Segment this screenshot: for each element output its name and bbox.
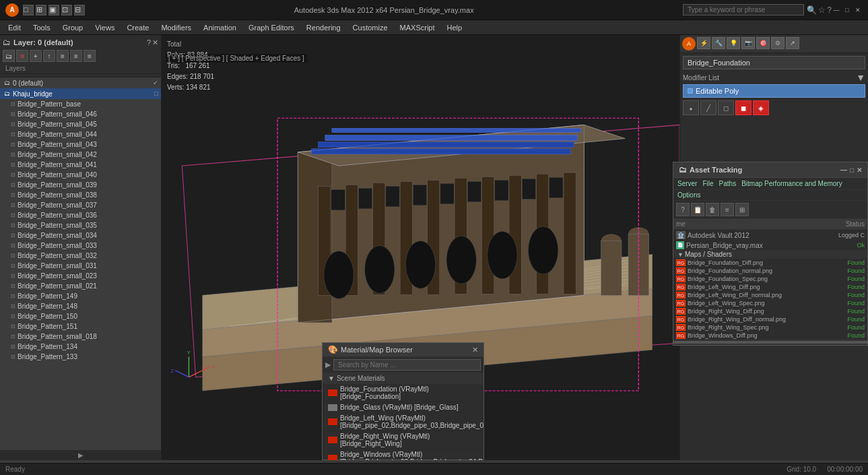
tool-icon-6[interactable]: ⚙ — [771, 37, 784, 49]
tool-icon-3[interactable]: 💡 — [727, 37, 740, 49]
menu-help[interactable]: Help — [442, 22, 468, 33]
titlebar-search[interactable]: 🔍 ☆ ? — [683, 4, 832, 15]
search-icon[interactable]: 🔍 — [807, 5, 817, 15]
subobj-2[interactable]: ╱ — [700, 100, 716, 115]
close-button[interactable]: ✕ — [853, 5, 863, 15]
layer-item-031[interactable]: ⊡ Bridge_Pattern_small_031 — [0, 261, 161, 271]
menu-edit[interactable]: Edit — [3, 22, 26, 33]
subobj-3[interactable]: ◻ — [718, 100, 734, 115]
layer-item-032[interactable]: ⊡ Bridge_Pattern_small_032 — [0, 251, 161, 261]
asset-row-5[interactable]: RG Bridge_Left_Wing_Diff_normal.png Foun… — [673, 291, 867, 299]
layer-tool-3[interactable]: + — [30, 50, 42, 62]
layer-item-khaju[interactable]: 🗂 Khaju_bridge □ — [0, 88, 161, 99]
asset-menu-file[interactable]: File — [702, 180, 713, 187]
menu-create[interactable]: Create — [121, 22, 154, 33]
asset-file-row[interactable]: 📄 Persian_Bridge_vray.max Ok — [673, 241, 867, 250]
asset-close[interactable]: ✕ — [857, 166, 862, 174]
menu-modifiers[interactable]: Modifiers — [156, 22, 197, 33]
layer-item-035[interactable]: ⊡ Bridge_Pattern_small_035 — [0, 220, 161, 230]
layer-item-149[interactable]: ⊡ Bridge_Pattern_149 — [0, 291, 161, 301]
layer-item-042[interactable]: ⊡ Bridge_Pattern_small_042 — [0, 150, 161, 160]
menu-graph-editors[interactable]: Graph Editors — [243, 22, 300, 33]
layer-item-134[interactable]: ⊡ Bridge_Pattern_134 — [0, 342, 161, 352]
menu-views[interactable]: Views — [90, 22, 120, 33]
modifier-list-item[interactable]: Editable Poly — [683, 84, 865, 98]
tool-icon-1[interactable]: ⚡ — [697, 37, 710, 49]
layer-panel-controls[interactable]: ? ✕ — [147, 38, 158, 47]
tool-icon-5[interactable]: 🎯 — [756, 37, 770, 49]
viewport[interactable]: Total Polys: 83 884 Tris: 167 261 Edges:… — [162, 35, 679, 460]
mat-search-input[interactable] — [333, 359, 481, 371]
tool-icon-2[interactable]: 🔧 — [712, 37, 725, 49]
modifier-dropdown-arrow[interactable]: ▼ — [856, 72, 865, 83]
asset-menu-paths[interactable]: Paths — [719, 180, 737, 187]
asset-row-7[interactable]: RG Bridge_Right_Wing_Diff.png Found — [673, 307, 867, 315]
menu-tools[interactable]: Tools — [28, 22, 56, 33]
layer-tool-6[interactable]: ≡ — [70, 50, 82, 62]
layer-help-button[interactable]: ? — [147, 38, 151, 47]
bookmark-icon[interactable]: ☆ — [818, 5, 826, 15]
menu-animation[interactable]: Animation — [198, 22, 242, 33]
asset-vault-row[interactable]: 🏦 Autodesk Vault 2012 Logged C — [673, 230, 867, 241]
layer-item-033[interactable]: ⊡ Bridge_Pattern_small_033 — [0, 241, 161, 251]
asset-row-6[interactable]: RG Bridge_Left_Wing_Spec.png Found — [673, 299, 867, 307]
window-controls[interactable]: — □ ✕ — [832, 5, 863, 15]
menu-customize[interactable]: Customize — [347, 22, 393, 33]
maps-folder-row[interactable]: ▼ Maps / Shaders — [673, 250, 867, 259]
asset-row-10[interactable]: RG Bridge_Windows_Diff.png Found — [673, 331, 867, 340]
asset-minimize[interactable]: — — [840, 166, 847, 174]
titlebar-icon-4[interactable]: ⊡ — [61, 5, 72, 15]
asset-table[interactable]: me Status 🏦 Autodesk Vault 2012 Logged C… — [673, 219, 867, 345]
titlebar-icon-1[interactable]: □ — [23, 5, 34, 15]
maximize-button[interactable]: □ — [842, 5, 852, 15]
asset-row-9[interactable]: RG Bridge_Right_Wing_Spec.png Found — [673, 323, 867, 331]
search-input[interactable] — [683, 4, 804, 15]
mat-item-foundation[interactable]: Bridge_Foundation (VRayMtl) [Bridge_Foun… — [323, 384, 483, 402]
titlebar-icon-5[interactable]: ⊟ — [74, 5, 85, 15]
mat-browser-close[interactable]: ✕ — [472, 346, 478, 354]
asset-scrollbar[interactable] — [673, 340, 867, 345]
minimize-button[interactable]: — — [832, 5, 841, 15]
modifier-name[interactable]: Bridge_Foundation — [683, 56, 865, 69]
mat-item-right-wing[interactable]: Bridge_Right_Wing (VRayMtl) [Bridge_Righ… — [323, 431, 483, 449]
asset-options-row[interactable]: Options — [673, 190, 867, 201]
layer-tool-1[interactable]: 🗂 — [3, 50, 15, 62]
layer-item-018[interactable]: ⊡ Bridge_Pattern_small_018 — [0, 331, 161, 342]
asset-tool-4[interactable]: ≡ — [721, 203, 734, 216]
layer-close-button[interactable]: ✕ — [152, 38, 158, 47]
titlebar-icon-2[interactable]: ⊞ — [36, 5, 46, 15]
mat-search-area[interactable]: ▶ — [323, 357, 483, 373]
layer-item-041[interactable]: ⊡ Bridge_Pattern_small_041 — [0, 160, 161, 170]
grid-snap[interactable]: Grid: 10.0 — [787, 466, 816, 473]
asset-menu-server[interactable]: Server — [677, 180, 697, 187]
layer-item-045[interactable]: ⊡ Bridge_Pattern_small_045 — [0, 119, 161, 129]
layer-item-039[interactable]: ⊡ Bridge_Pattern_small_039 — [0, 180, 161, 190]
layer-item-043[interactable]: ⊡ Bridge_Pattern_small_043 — [0, 139, 161, 150]
asset-menu-bitmap[interactable]: Bitmap Performance and Memory — [741, 180, 842, 187]
layer-item-038[interactable]: ⊡ Bridge_Pattern_small_038 — [0, 190, 161, 200]
asset-tool-5[interactable]: ⊞ — [735, 203, 749, 216]
menu-group[interactable]: Group — [57, 22, 89, 33]
layer-item-037[interactable]: ⊡ Bridge_Pattern_small_037 — [0, 200, 161, 210]
titlebar-icon-3[interactable]: ▣ — [48, 5, 59, 15]
layer-list[interactable]: 🗂 0 (default) ✓ 🗂 Khaju_bridge □ ⊡ Bridg… — [0, 77, 161, 450]
layer-scroll-indicator[interactable]: ▶ — [0, 450, 161, 460]
mat-list[interactable]: Bridge_Foundation (VRayMtl) [Bridge_Foun… — [323, 384, 483, 460]
menu-maxscript[interactable]: MAXScript — [395, 22, 440, 33]
subobj-1[interactable]: ⬥ — [683, 100, 699, 115]
layer-item-046[interactable]: ⊡ Bridge_Pattern_small_046 — [0, 109, 161, 119]
layer-item-150[interactable]: ⊡ Bridge_Pattern_150 — [0, 311, 161, 321]
layer-item-default[interactable]: 🗂 0 (default) ✓ — [0, 77, 161, 88]
layer-tool-5[interactable]: ≡ — [57, 50, 69, 62]
layer-item-021[interactable]: ⊡ Bridge_Pattern_small_021 — [0, 281, 161, 291]
layer-item-034[interactable]: ⊡ Bridge_Pattern_small_034 — [0, 230, 161, 241]
layer-item-044[interactable]: ⊡ Bridge_Pattern_small_044 — [0, 129, 161, 139]
asset-tool-3[interactable]: 🗑 — [706, 203, 719, 216]
layer-item-133[interactable]: ⊡ Bridge_Pattern_133 — [0, 352, 161, 362]
subobj-5[interactable]: ◈ — [753, 100, 769, 115]
layer-item-023[interactable]: ⊡ Bridge_Pattern_small_023 — [0, 271, 161, 281]
layer-item-148[interactable]: ⊡ Bridge_Pattern_148 — [0, 301, 161, 311]
subobj-4[interactable]: ◼ — [735, 100, 752, 115]
layer-item-036[interactable]: ⊡ Bridge_Pattern_small_036 — [0, 210, 161, 220]
help-icon[interactable]: ? — [827, 5, 832, 15]
